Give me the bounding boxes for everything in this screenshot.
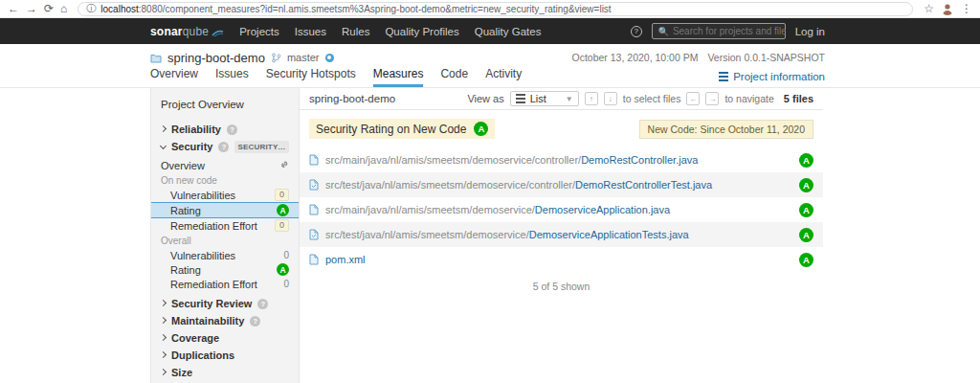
subsection-overall: Overall	[151, 233, 299, 248]
rating-badge: A	[799, 203, 813, 217]
logo-text-qube: qube	[183, 25, 210, 38]
measures-sidebar: Project Overview Reliability ? Security …	[150, 88, 300, 383]
analysis-date: October 13, 2020, 10:00 PM	[572, 52, 699, 63]
forward-icon[interactable]: →	[26, 3, 37, 14]
tab-activity[interactable]: Activity	[485, 67, 522, 87]
project-name[interactable]: spring-boot-demo	[167, 51, 265, 65]
global-search[interactable]: 🔍	[652, 23, 786, 39]
key-right-icon: →	[705, 92, 719, 105]
help-icon[interactable]: ?	[257, 299, 268, 309]
sidebar-domain-size[interactable]: Size	[151, 364, 299, 381]
key-left-icon: ←	[686, 92, 700, 105]
file-path[interactable]: src/test/java/nl/amis/smeetsm/demoservic…	[325, 179, 799, 191]
sidebar-domain-maintainability[interactable]: Maintainability ?	[151, 312, 299, 329]
file-path[interactable]: src/main/java/nl/amis/smeetsm/demoservic…	[325, 154, 799, 166]
help-icon[interactable]: ?	[631, 26, 642, 37]
sidebar-item-rating-overall[interactable]: Rating A	[151, 262, 299, 277]
branch-status-icon[interactable]	[325, 54, 334, 62]
url-bar[interactable]: ⓘ localhost:8080/component_measures?id=n…	[78, 2, 913, 16]
file-row[interactable]: pom.xml A	[300, 247, 823, 272]
file-path[interactable]: pom.xml	[325, 254, 799, 265]
nav-item-quality-gates[interactable]: Quality Gates	[475, 26, 542, 37]
site-info-icon[interactable]: ⓘ	[86, 2, 96, 15]
tab-security-hotspots[interactable]: Security Hotspots	[266, 67, 356, 87]
tab-measures[interactable]: Measures	[373, 67, 424, 87]
view-as-label: View as	[467, 93, 503, 104]
left-gutter	[0, 88, 150, 383]
view-mode-dropdown[interactable]: List ▼	[510, 91, 579, 106]
url-text: localhost:8080/component_measures?id=nl.…	[100, 4, 611, 14]
project-icon	[150, 53, 162, 63]
tab-issues[interactable]: Issues	[215, 67, 249, 87]
sidebar-item-remediation-effort-overall[interactable]: Remediation Effort 0	[151, 277, 299, 291]
sidebar-item-rating-new[interactable]: Rating A	[151, 202, 299, 218]
item-label: Vulnerabilities	[170, 250, 235, 261]
back-icon[interactable]: ←	[8, 3, 19, 14]
nav-item-quality-profiles[interactable]: Quality Profiles	[385, 26, 458, 37]
value-text: 0	[283, 250, 289, 260]
sidebar-item-vulnerabilities-overall[interactable]: Vulnerabilities 0	[151, 248, 299, 262]
sidebar-item-vulnerabilities-new[interactable]: Vulnerabilities 0	[151, 188, 299, 202]
sonarqube-logo[interactable]: sonarqube	[150, 25, 224, 38]
logo-text-sonar: sonar	[150, 25, 183, 38]
files-count: 5 files	[784, 93, 813, 104]
file-row[interactable]: src/test/java/nl/amis/smeetsm/demoservic…	[300, 222, 823, 247]
sidebar-domain-duplications[interactable]: Duplications	[151, 347, 299, 364]
item-label: Rating	[170, 264, 201, 276]
chevron-right-icon	[160, 369, 167, 375]
rating-badge: A	[799, 228, 813, 242]
file-name: DemoRestControllerTest.java	[575, 179, 712, 191]
value-badge: 0	[275, 219, 289, 232]
sidebar-item-project-overview[interactable]: Project Overview	[151, 99, 299, 110]
path-prefix: src/test/java/nl/amis/smeetsm/demoservic…	[325, 229, 529, 240]
login-link[interactable]: Log in	[795, 26, 825, 37]
chevron-down-icon	[160, 143, 167, 149]
file-row[interactable]: src/test/java/nl/amis/smeetsm/demoservic…	[300, 172, 823, 197]
value-text: 0	[283, 279, 289, 289]
project-version: Version 0.0.1-SNAPSHOT	[707, 52, 825, 63]
help-icon[interactable]: ?	[227, 124, 237, 135]
sidebar-item-remediation-effort-new[interactable]: Remediation Effort 0	[151, 218, 299, 233]
nav-item-issues[interactable]: Issues	[295, 26, 326, 37]
metric-rating-badge: A	[474, 122, 488, 136]
nav-item-projects[interactable]: Projects	[239, 26, 279, 37]
branch-name[interactable]: master	[287, 52, 320, 63]
project-header: spring-boot-demo master October 13, 2020…	[0, 44, 980, 88]
browser-menu-icon[interactable]: ⋮	[961, 3, 972, 14]
help-icon[interactable]: ?	[250, 316, 260, 327]
sidebar-domain-security[interactable]: Security ? SECURITY RATING ON...	[151, 138, 299, 155]
permalink-icon[interactable]	[278, 160, 289, 170]
domain-label: Security	[171, 141, 212, 152]
sidebar-item-security-overview[interactable]: Overview	[151, 158, 299, 172]
help-icon[interactable]: ?	[218, 142, 229, 152]
project-tabs: Overview Issues Security Hotspots Measur…	[150, 67, 522, 87]
chevron-right-icon	[160, 351, 167, 358]
file-name: pom.xml	[325, 254, 366, 265]
rating-badge: A	[799, 253, 813, 267]
security-rating-badge: SECURITY RATING ON...	[234, 141, 289, 153]
home-icon[interactable]: ⌂	[60, 3, 67, 14]
file-row[interactable]: src/main/java/nl/amis/smeetsm/demoservic…	[300, 147, 823, 172]
reload-icon[interactable]: ⟳	[44, 3, 54, 14]
file-path[interactable]: src/main/java/nl/amis/smeetsm/demoservic…	[325, 204, 799, 215]
file-row[interactable]: src/main/java/nl/amis/smeetsm/demoservic…	[300, 197, 823, 222]
chevron-right-icon	[160, 334, 167, 341]
sidebar-domain-coverage[interactable]: Coverage	[151, 329, 299, 347]
rating-badge: A	[799, 153, 813, 168]
global-search-input[interactable]	[673, 26, 786, 36]
breadcrumb[interactable]: spring-boot-demo	[309, 93, 395, 104]
right-gutter	[823, 88, 980, 383]
item-label: Remediation Effort	[170, 279, 257, 290]
bookmark-star-icon[interactable]: ☆	[924, 3, 934, 14]
sidebar-domain-security-review[interactable]: Security Review ?	[151, 295, 299, 312]
nav-item-rules[interactable]: Rules	[342, 26, 369, 37]
project-information-label: Project information	[733, 71, 825, 82]
tab-code[interactable]: Code	[440, 67, 468, 87]
sidebar-domain-reliability[interactable]: Reliability ?	[151, 121, 299, 138]
file-icon	[309, 254, 319, 265]
file-path[interactable]: src/test/java/nl/amis/smeetsm/demoservic…	[325, 229, 799, 240]
key-up-icon: ↑	[585, 92, 598, 105]
avatar[interactable]	[941, 2, 954, 15]
project-information-link[interactable]: Project information	[719, 71, 825, 82]
tab-overview[interactable]: Overview	[150, 67, 198, 87]
